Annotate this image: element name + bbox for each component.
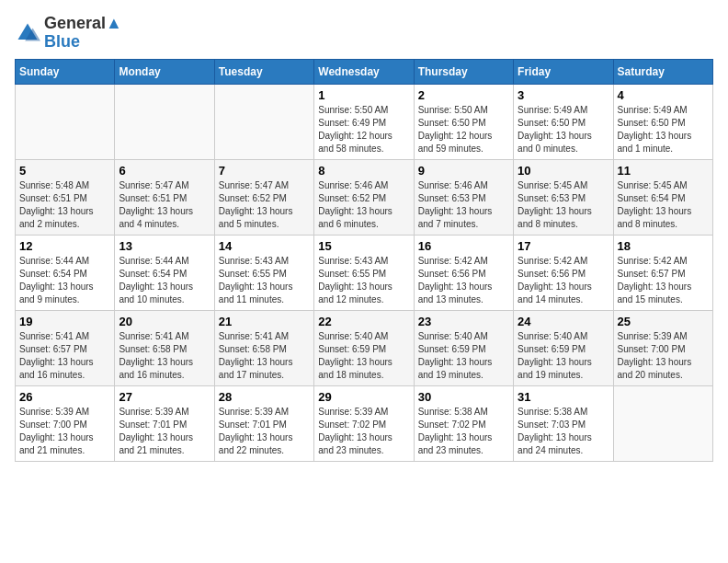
day-info: Sunrise: 5:42 AMSunset: 6:56 PMDaylight:…: [518, 255, 609, 306]
day-number: 7: [219, 164, 310, 178]
day-info: Sunrise: 5:48 AMSunset: 6:51 PMDaylight:…: [19, 179, 110, 231]
day-number: 28: [219, 390, 310, 404]
day-info: Sunrise: 5:49 AMSunset: 6:50 PMDaylight:…: [618, 104, 709, 155]
calendar-cell: 3Sunrise: 5:49 AMSunset: 6:50 PMDaylight…: [514, 84, 613, 159]
day-info: Sunrise: 5:44 AMSunset: 6:54 PMDaylight:…: [19, 255, 110, 306]
day-header-thursday: Thursday: [414, 59, 513, 84]
day-number: 9: [418, 164, 509, 178]
calendar-cell: 30Sunrise: 5:38 AMSunset: 7:02 PMDayligh…: [414, 385, 513, 461]
day-info: Sunrise: 5:47 AMSunset: 6:51 PMDaylight:…: [119, 179, 210, 231]
day-info: Sunrise: 5:50 AMSunset: 6:50 PMDaylight:…: [418, 104, 509, 155]
calendar-cell: 5Sunrise: 5:48 AMSunset: 6:51 PMDaylight…: [16, 159, 115, 235]
day-info: Sunrise: 5:41 AMSunset: 6:58 PMDaylight:…: [119, 330, 210, 382]
calendar-body: 1Sunrise: 5:50 AMSunset: 6:49 PMDaylight…: [16, 84, 713, 461]
week-row-2: 5Sunrise: 5:48 AMSunset: 6:51 PMDaylight…: [16, 159, 713, 235]
day-info: Sunrise: 5:43 AMSunset: 6:55 PMDaylight:…: [219, 255, 310, 306]
day-header-wednesday: Wednesday: [314, 59, 414, 84]
calendar-cell: 23Sunrise: 5:40 AMSunset: 6:59 PMDayligh…: [414, 310, 513, 385]
day-header-friday: Friday: [514, 59, 613, 84]
day-number: 8: [318, 164, 409, 178]
calendar-cell: 22Sunrise: 5:40 AMSunset: 6:59 PMDayligh…: [314, 310, 414, 385]
calendar-table: SundayMondayTuesdayWednesdayThursdayFrid…: [15, 59, 713, 462]
calendar-cell: 25Sunrise: 5:39 AMSunset: 7:00 PMDayligh…: [613, 310, 712, 385]
calendar-cell: 26Sunrise: 5:39 AMSunset: 7:00 PMDayligh…: [16, 385, 115, 461]
day-number: 27: [119, 390, 210, 404]
day-info: Sunrise: 5:45 AMSunset: 6:53 PMDaylight:…: [518, 179, 609, 231]
week-row-1: 1Sunrise: 5:50 AMSunset: 6:49 PMDaylight…: [16, 84, 713, 159]
day-number: 14: [219, 239, 310, 253]
day-info: Sunrise: 5:44 AMSunset: 6:54 PMDaylight:…: [119, 255, 210, 306]
day-info: Sunrise: 5:49 AMSunset: 6:50 PMDaylight:…: [518, 104, 609, 155]
day-number: 10: [518, 164, 609, 178]
calendar-header: SundayMondayTuesdayWednesdayThursdayFrid…: [16, 59, 713, 84]
day-number: 31: [518, 390, 609, 404]
day-info: Sunrise: 5:39 AMSunset: 7:00 PMDaylight:…: [19, 406, 110, 457]
calendar-cell: 4Sunrise: 5:49 AMSunset: 6:50 PMDaylight…: [613, 84, 712, 159]
calendar-cell: [16, 84, 115, 159]
calendar-cell: 10Sunrise: 5:45 AMSunset: 6:53 PMDayligh…: [514, 159, 613, 235]
day-number: 29: [318, 390, 409, 404]
week-row-3: 12Sunrise: 5:44 AMSunset: 6:54 PMDayligh…: [16, 235, 713, 310]
day-info: Sunrise: 5:42 AMSunset: 6:57 PMDaylight:…: [618, 255, 709, 306]
calendar-cell: [613, 385, 712, 461]
day-number: 25: [618, 315, 709, 328]
calendar-cell: 27Sunrise: 5:39 AMSunset: 7:01 PMDayligh…: [115, 385, 214, 461]
calendar-cell: 13Sunrise: 5:44 AMSunset: 6:54 PMDayligh…: [115, 235, 214, 310]
day-header-tuesday: Tuesday: [214, 59, 313, 84]
calendar-cell: 31Sunrise: 5:38 AMSunset: 7:03 PMDayligh…: [514, 385, 613, 461]
day-number: 13: [119, 239, 210, 253]
calendar-cell: 6Sunrise: 5:47 AMSunset: 6:51 PMDaylight…: [115, 159, 214, 235]
calendar-cell: 2Sunrise: 5:50 AMSunset: 6:50 PMDaylight…: [414, 84, 513, 159]
day-header-monday: Monday: [115, 59, 214, 84]
calendar-cell: 11Sunrise: 5:45 AMSunset: 6:54 PMDayligh…: [613, 159, 712, 235]
logo: General▲Blue: [15, 15, 122, 52]
day-info: Sunrise: 5:46 AMSunset: 6:53 PMDaylight:…: [418, 179, 509, 231]
day-info: Sunrise: 5:46 AMSunset: 6:52 PMDaylight:…: [318, 179, 409, 231]
day-number: 15: [318, 239, 409, 253]
day-number: 1: [318, 88, 409, 102]
day-info: Sunrise: 5:43 AMSunset: 6:55 PMDaylight:…: [318, 255, 409, 306]
day-number: 12: [19, 239, 110, 253]
calendar-cell: 14Sunrise: 5:43 AMSunset: 6:55 PMDayligh…: [214, 235, 313, 310]
day-number: 17: [518, 239, 609, 253]
logo-icon: [15, 20, 40, 46]
day-headers-row: SundayMondayTuesdayWednesdayThursdayFrid…: [16, 59, 713, 84]
day-header-saturday: Saturday: [613, 59, 712, 84]
day-number: 3: [518, 88, 609, 102]
day-number: 26: [19, 390, 110, 404]
calendar-cell: 19Sunrise: 5:41 AMSunset: 6:57 PMDayligh…: [16, 310, 115, 385]
week-row-5: 26Sunrise: 5:39 AMSunset: 7:00 PMDayligh…: [16, 385, 713, 461]
day-info: Sunrise: 5:41 AMSunset: 6:57 PMDaylight:…: [19, 330, 110, 382]
day-number: 18: [618, 239, 709, 253]
day-number: 24: [518, 315, 609, 328]
calendar-cell: 1Sunrise: 5:50 AMSunset: 6:49 PMDaylight…: [314, 84, 414, 159]
day-info: Sunrise: 5:40 AMSunset: 6:59 PMDaylight:…: [418, 330, 509, 382]
day-info: Sunrise: 5:39 AMSunset: 7:01 PMDaylight:…: [219, 406, 310, 457]
day-number: 4: [618, 88, 709, 102]
calendar-cell: 12Sunrise: 5:44 AMSunset: 6:54 PMDayligh…: [16, 235, 115, 310]
calendar-cell: 21Sunrise: 5:41 AMSunset: 6:58 PMDayligh…: [214, 310, 313, 385]
day-number: 2: [418, 88, 509, 102]
day-number: 20: [119, 315, 210, 328]
calendar-cell: 24Sunrise: 5:40 AMSunset: 6:59 PMDayligh…: [514, 310, 613, 385]
day-info: Sunrise: 5:45 AMSunset: 6:54 PMDaylight:…: [618, 179, 709, 231]
day-info: Sunrise: 5:50 AMSunset: 6:49 PMDaylight:…: [318, 104, 409, 155]
day-info: Sunrise: 5:38 AMSunset: 7:02 PMDaylight:…: [418, 406, 509, 457]
calendar-cell: 20Sunrise: 5:41 AMSunset: 6:58 PMDayligh…: [115, 310, 214, 385]
day-header-sunday: Sunday: [16, 59, 115, 84]
day-info: Sunrise: 5:39 AMSunset: 7:02 PMDaylight:…: [318, 406, 409, 457]
day-number: 11: [618, 164, 709, 178]
day-info: Sunrise: 5:40 AMSunset: 6:59 PMDaylight:…: [318, 330, 409, 382]
day-info: Sunrise: 5:40 AMSunset: 6:59 PMDaylight:…: [518, 330, 609, 382]
day-number: 19: [19, 315, 110, 328]
page-header: General▲Blue: [15, 15, 713, 52]
day-number: 23: [418, 315, 509, 328]
calendar-cell: 18Sunrise: 5:42 AMSunset: 6:57 PMDayligh…: [613, 235, 712, 310]
calendar-cell: 28Sunrise: 5:39 AMSunset: 7:01 PMDayligh…: [214, 385, 313, 461]
calendar-cell: [214, 84, 313, 159]
day-info: Sunrise: 5:42 AMSunset: 6:56 PMDaylight:…: [418, 255, 509, 306]
day-info: Sunrise: 5:39 AMSunset: 7:00 PMDaylight:…: [618, 330, 709, 382]
day-number: 6: [119, 164, 210, 178]
day-number: 5: [19, 164, 110, 178]
calendar-cell: 9Sunrise: 5:46 AMSunset: 6:53 PMDaylight…: [414, 159, 513, 235]
